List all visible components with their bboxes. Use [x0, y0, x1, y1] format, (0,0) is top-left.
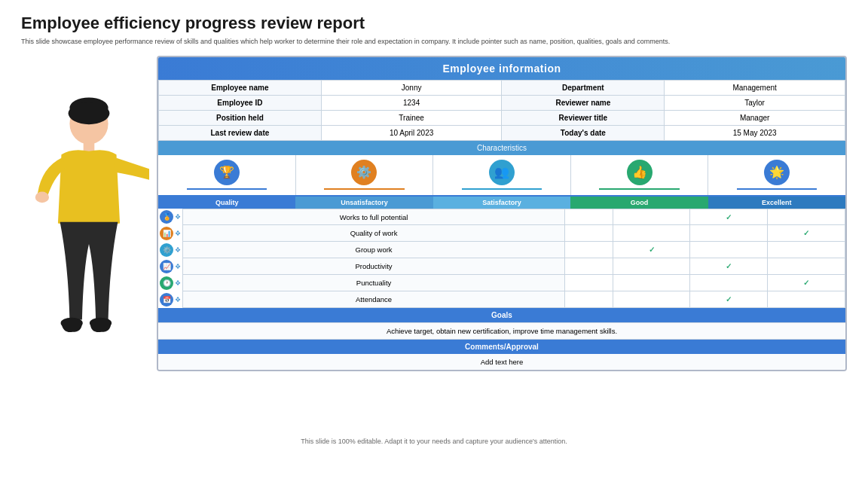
content-area: Employee information Employee name Jonny… — [21, 56, 847, 432]
info-header: Employee information — [158, 57, 845, 80]
goals-header: Goals — [158, 308, 845, 322]
sat-line — [462, 188, 542, 190]
row-label-3: Group work — [183, 242, 565, 258]
side-icon-arrow-5: ❖ — [175, 279, 181, 287]
person-figure — [21, 56, 157, 432]
info-row-2: Employee ID 1234 Reviewer name Taylor — [159, 95, 845, 110]
icon-unsatisfactory: ⚙️ — [296, 155, 434, 195]
rating-row-1: Works to full potential ✓ — [183, 209, 845, 225]
cell-5-excellent: ✓ — [768, 274, 845, 291]
icon-satisfactory: 👥 — [433, 155, 571, 195]
label-employee-name: Employee name — [159, 80, 322, 95]
excellent-line — [737, 188, 818, 190]
side-icon-arrow-4: ❖ — [175, 263, 181, 270]
side-icon-arrow-3: ❖ — [175, 246, 181, 254]
cell-5-good — [690, 274, 768, 291]
side-icon-2: 📊 — [160, 227, 173, 240]
cell-5-sat — [613, 274, 690, 291]
row-label-2: Quality of work — [183, 225, 565, 242]
cell-3-unsat — [565, 242, 613, 258]
quality-icon-circle: 🏆 — [214, 160, 240, 185]
side-icon-5: 🕐 — [160, 276, 173, 290]
value-reviewer-title: Manager — [665, 110, 845, 125]
cell-1-sat — [613, 209, 690, 225]
unsat-line — [324, 188, 405, 190]
cell-2-sat — [613, 225, 690, 242]
info-table: Employee name Jonny Department Managemen… — [158, 80, 845, 141]
side-icons-wrapper: 🏅 ❖ 📊 ❖ ⚙️ ❖ 📈 ❖ — [158, 209, 182, 308]
label-employee-id: Employee ID — [159, 95, 322, 110]
cell-1-unsat — [565, 209, 613, 225]
info-row-1: Employee name Jonny Department Managemen… — [159, 80, 845, 95]
footer-text: This slide is 100% editable. Adapt it to… — [21, 438, 847, 445]
col-header-excellent: Excellent — [708, 197, 845, 209]
good-icon-circle: 👍 — [627, 160, 653, 185]
value-todays-date: 15 May 2023 — [665, 125, 845, 140]
ratings-area: 🏅 ❖ 📊 ❖ ⚙️ ❖ 📈 ❖ — [158, 209, 845, 308]
unsat-icon-circle: ⚙️ — [351, 160, 377, 185]
cell-4-good: ✓ — [690, 258, 768, 275]
comments-text: Add text here — [158, 354, 845, 370]
cell-4-excellent — [768, 258, 845, 275]
page-title: Employee efficiency progress review repo… — [21, 14, 847, 33]
cell-6-good: ✓ — [690, 291, 768, 307]
label-todays-date: Today's date — [502, 125, 665, 140]
ratings-table: Works to full potential ✓ Quality of wor… — [182, 209, 845, 308]
value-position-held: Trainee — [321, 110, 502, 125]
side-icon-3: ⚙️ — [160, 243, 173, 257]
cell-3-excellent — [768, 242, 845, 258]
row-label-1: Works to full potential — [183, 209, 565, 225]
value-last-review-date: 10 April 2023 — [321, 125, 502, 140]
comments-header: Comments/Approval — [158, 340, 845, 354]
side-icon-arrow-2: ❖ — [175, 230, 181, 237]
value-employee-id: 1234 — [321, 95, 502, 110]
label-reviewer-name: Reviewer name — [502, 95, 665, 110]
icon-quality: 🏆 — [158, 155, 296, 195]
svg-rect-3 — [84, 142, 95, 151]
rating-row-4: Productivity ✓ — [183, 258, 845, 275]
info-row-4: Last review date 10 April 2023 Today's d… — [159, 125, 845, 140]
side-icon-row-4: 📈 ❖ — [160, 258, 181, 275]
cell-6-excellent — [768, 291, 845, 307]
cell-2-excellent: ✓ — [768, 225, 845, 242]
rating-row-5: Punctuality ✓ — [183, 274, 845, 291]
col-header-sat: Satisfactory — [433, 197, 570, 209]
label-position-held: Position held — [159, 110, 322, 125]
row-label-6: Attendance — [183, 291, 565, 307]
good-line — [599, 188, 680, 190]
characteristics-header: Characteristics — [158, 141, 845, 155]
col-headers-row: Quality Unsatisfactory Satisfactory Good… — [158, 197, 845, 209]
goals-text: Achieve target, obtain new certification… — [158, 322, 845, 340]
value-department: Management — [665, 80, 845, 95]
char-icons-row: 🏆 ⚙️ 👥 👍 🌟 — [158, 155, 845, 197]
cell-1-excellent — [768, 209, 845, 225]
rating-row-2: Quality of work ✓ — [183, 225, 845, 242]
side-icon-row-6: 📅 ❖ — [160, 291, 181, 308]
label-last-review-date: Last review date — [159, 125, 322, 140]
icon-good: 👍 — [571, 155, 709, 195]
label-reviewer-title: Reviewer title — [502, 110, 665, 125]
cell-2-unsat — [565, 225, 613, 242]
svg-point-2 — [69, 102, 110, 124]
side-icon-row-1: 🏅 ❖ — [160, 209, 181, 225]
side-icon-6: 📅 — [160, 293, 173, 307]
excellent-icon-circle: 🌟 — [764, 160, 790, 185]
cell-6-sat — [613, 291, 690, 307]
value-employee-name: Jonny — [321, 80, 502, 95]
row-label-4: Productivity — [183, 258, 565, 275]
sat-icon-circle: 👥 — [489, 160, 515, 185]
quality-line — [187, 188, 267, 190]
svg-point-5 — [35, 191, 49, 203]
label-department: Department — [502, 80, 665, 95]
cell-3-sat: ✓ — [613, 242, 690, 258]
value-reviewer-name: Taylor — [665, 95, 845, 110]
side-icon-row-5: 🕐 ❖ — [160, 275, 181, 291]
col-header-unsat: Unsatisfactory — [295, 197, 432, 209]
side-icon-1: 🏅 — [160, 210, 173, 224]
page: Employee efficiency progress review repo… — [0, 0, 868, 488]
col-header-good: Good — [570, 197, 708, 209]
side-icon-row-3: ⚙️ ❖ — [160, 242, 181, 258]
icon-excellent: 🌟 — [708, 155, 845, 195]
col-header-quality: Quality — [158, 197, 295, 209]
cell-4-unsat — [565, 258, 613, 275]
